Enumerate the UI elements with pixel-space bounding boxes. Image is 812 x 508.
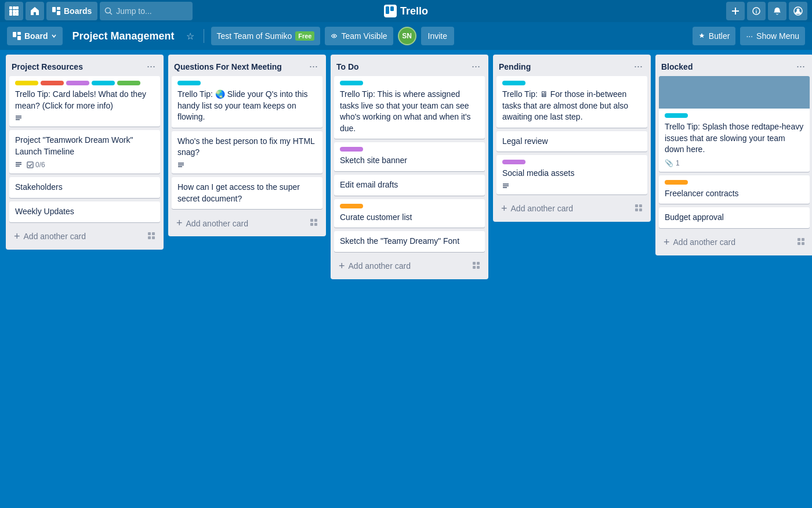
card-pr-3[interactable]: Stakeholders (9, 177, 160, 198)
card-text-pe-3: Social media assets (502, 168, 641, 179)
card-pe-3[interactable]: Social media assets (496, 155, 647, 194)
card-label (177, 81, 201, 85)
add-icon: + (176, 217, 183, 229)
card-labels-td-4 (340, 204, 479, 208)
svg-rect-49 (503, 183, 509, 185)
invite-button[interactable]: Invite (421, 27, 454, 45)
card-td-1[interactable]: Trello Tip: This is where assigned tasks… (334, 76, 485, 139)
card-pr-4[interactable]: Weekly Updates (9, 201, 160, 222)
profile-button[interactable] (789, 2, 807, 20)
add-card-button-pending[interactable]: + Add another card (496, 199, 647, 218)
svg-rect-15 (386, 6, 389, 14)
notifications-button[interactable] (768, 2, 786, 20)
list-header-to-do: To Do··· (331, 55, 488, 76)
board-title[interactable]: Project Management (67, 28, 179, 45)
card-bl-1[interactable]: Freelancer contracts (659, 175, 810, 204)
add-button[interactable] (726, 2, 745, 20)
svg-rect-55 (639, 208, 642, 211)
card-pe-2[interactable]: Legal review (496, 131, 647, 152)
card-label (92, 81, 115, 85)
add-card-label: Add another card (186, 219, 248, 228)
svg-rect-52 (635, 204, 638, 207)
card-text-qnm-2: Who's the best person to fix my HTML sna… (177, 136, 317, 158)
svg-rect-0 (9, 6, 12, 9)
template-icon (797, 237, 805, 247)
list-header-pending: Pending··· (493, 55, 651, 76)
svg-point-22 (797, 9, 800, 12)
svg-rect-29 (16, 119, 20, 120)
checklist-icon: 0/6 (27, 161, 45, 169)
butler-label: Butler (709, 31, 730, 41)
home-button[interactable] (26, 2, 44, 20)
add-card-button-project-resources[interactable]: + Add another card (9, 227, 160, 246)
card-qnm-3[interactable]: How can I get access to the super secret… (172, 177, 322, 209)
list-menu-button-blocked[interactable]: ··· (794, 59, 807, 74)
card-meta-pe-3 (502, 183, 641, 190)
card-td-2[interactable]: Sketch site banner (334, 142, 485, 171)
search-input[interactable] (116, 6, 186, 16)
avatar[interactable]: SN (398, 27, 416, 45)
list-header-blocked: Blocked··· (655, 55, 812, 76)
svg-rect-54 (635, 208, 638, 211)
description-icon (15, 115, 22, 122)
top-nav: Boards Trello i (0, 0, 812, 22)
show-menu-button[interactable]: ··· Show Menu (740, 27, 805, 45)
card-qnm-1[interactable]: Trello Tip: 🌏 Slide your Q's into this h… (172, 76, 322, 128)
add-card-button-blocked[interactable]: + Add another card (659, 233, 810, 252)
card-bl-2[interactable]: Budget approval (659, 207, 810, 228)
svg-rect-59 (802, 242, 804, 245)
list-menu-button-to-do[interactable]: ··· (469, 59, 483, 74)
board-view-label: Board (24, 31, 48, 41)
visibility-button[interactable]: Team Visible (325, 27, 393, 45)
search-bar[interactable] (100, 2, 193, 20)
svg-rect-30 (16, 162, 21, 163)
svg-rect-57 (802, 238, 804, 241)
list-menu-button-pending[interactable]: ··· (632, 59, 645, 74)
svg-line-13 (110, 13, 113, 15)
list-menu-button-questions-next-meeting[interactable]: ··· (307, 59, 320, 74)
card-td-5[interactable]: Sketch the "Teamy Dreamy" Font (334, 231, 485, 252)
add-card-button-to-do[interactable]: + Add another card (334, 257, 485, 276)
star-button[interactable]: ☆ (184, 28, 197, 44)
svg-rect-43 (310, 223, 313, 226)
card-qnm-2[interactable]: Who's the best person to fix my HTML sna… (172, 131, 322, 174)
card-td-3[interactable]: Edit email drafts (334, 175, 485, 196)
board-view-button[interactable]: Board (7, 27, 63, 45)
svg-rect-2 (16, 6, 19, 9)
svg-rect-5 (16, 10, 19, 13)
butler-button[interactable]: Butler (693, 27, 736, 45)
svg-rect-10 (57, 7, 60, 10)
list-cards-blocked: Trello Tip: Splash those redtape-heavy i… (655, 76, 812, 232)
svg-rect-6 (9, 13, 12, 16)
description-icon (15, 161, 22, 168)
card-labels-bl-0 (665, 113, 804, 118)
card-pr-1[interactable]: Trello Tip: Card labels! What do they me… (9, 76, 160, 127)
card-td-4[interactable]: Curate customer list (334, 199, 485, 228)
card-text-qnm-1: Trello Tip: 🌏 Slide your Q's into this h… (177, 89, 317, 123)
card-text-pr-3: Stakeholders (15, 182, 154, 193)
description-icon (177, 162, 184, 169)
team-button[interactable]: Test Team of Sumiko Free (211, 27, 321, 45)
card-pe-1[interactable]: Trello Tip: 🖥 For those in-between tasks… (496, 76, 647, 128)
svg-rect-28 (16, 117, 21, 118)
card-text-bl-0: Trello Tip: Splash those redtape-heavy i… (665, 121, 804, 156)
boards-button[interactable]: Boards (46, 2, 97, 20)
list-title-blocked: Blocked (661, 62, 794, 71)
list-questions-next-meeting: Questions For Next Meeting···Trello Tip:… (168, 55, 326, 236)
add-icon: + (14, 230, 20, 243)
info-button[interactable]: i (747, 2, 766, 20)
svg-rect-11 (57, 11, 60, 15)
card-label (665, 113, 688, 118)
card-bl-0[interactable]: Trello Tip: Splash those redtape-heavy i… (659, 76, 810, 172)
card-label (340, 147, 363, 152)
card-meta-pr-1 (15, 115, 154, 122)
apps-button[interactable] (5, 2, 23, 20)
card-pr-2[interactable]: Project "Teamwork Dream Work" Launch Tim… (9, 130, 160, 174)
svg-rect-9 (52, 7, 56, 12)
list-menu-button-project-resources[interactable]: ··· (144, 59, 158, 74)
card-text-td-3: Edit email drafts (340, 179, 479, 191)
add-card-button-questions-next-meeting[interactable]: + Add another card (172, 214, 322, 233)
boards-label: Boards (64, 6, 92, 16)
svg-rect-16 (390, 6, 394, 11)
svg-rect-53 (639, 204, 642, 207)
